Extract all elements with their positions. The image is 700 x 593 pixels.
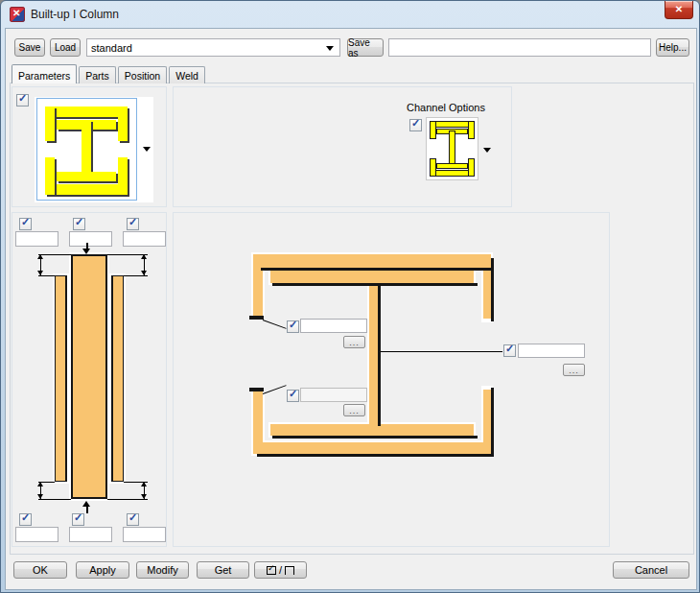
xs-top-flange [270, 270, 474, 283]
ellipsis-icon: ... [349, 339, 360, 347]
web-plate-browse-button[interactable]: ... [563, 364, 585, 376]
check-icon: ✓ [289, 388, 297, 400]
bottom-plate-browse-button[interactable]: ... [343, 404, 365, 416]
checked-box-icon: ✓ [267, 566, 276, 575]
top-plate-browse-button[interactable]: ... [343, 336, 365, 348]
save-button[interactable]: Save [14, 38, 45, 57]
toggle-separator: / [279, 564, 282, 576]
xs-top-channel-bar [253, 254, 491, 268]
top-plate-input[interactable] [300, 319, 367, 333]
chevron-down-icon[interactable] [483, 148, 491, 153]
profile-top-channel-left-leg [45, 107, 55, 141]
top-offset-middle-input[interactable] [69, 231, 112, 247]
dim-line [38, 254, 71, 255]
bottom-offset-middle-input[interactable] [69, 527, 112, 542]
load-button[interactable]: Load [50, 38, 81, 57]
web-plate-checkbox[interactable]: ✓ [503, 344, 516, 357]
tab-parts[interactable]: Parts [79, 66, 116, 83]
bottom-plate-checkbox[interactable]: ✓ [287, 390, 299, 402]
xs-shadow [272, 283, 478, 286]
xs-top-channel-right-leg [483, 254, 491, 319]
profile-bottom-channel-right-leg [118, 157, 128, 195]
top-offset-left-input[interactable] [15, 231, 58, 247]
dim-line [38, 275, 55, 276]
modify-button[interactable]: Modify [136, 561, 189, 579]
profile-combobox[interactable]: standard [86, 38, 340, 57]
toggle-checkboxes-button[interactable]: ✓ / [254, 561, 307, 579]
check-icon: ✓ [74, 511, 82, 524]
check-icon: ✓ [411, 117, 420, 130]
bottom-offset-right-input[interactable] [123, 527, 166, 542]
profile-selector-checkbox[interactable]: ✓ [16, 94, 29, 107]
title-bar[interactable]: Built-up I Column ✕ [1, 1, 699, 28]
cancel-button[interactable]: Cancel [613, 561, 689, 579]
tab-weld[interactable]: Weld [169, 66, 205, 83]
dim-arrow-icon [141, 494, 147, 499]
channel-options-checkbox[interactable]: ✓ [409, 119, 422, 131]
profile-bottom-channel-left-leg [45, 157, 55, 195]
top-offset-middle-checkbox[interactable]: ✓ [73, 218, 85, 230]
dialog-client-area: Save Load standard Save as Help... Param… [5, 28, 697, 590]
check-icon: ✓ [289, 319, 297, 331]
dim-line [38, 482, 55, 483]
dim-arrow-icon [37, 494, 43, 499]
tab-position[interactable]: Position [118, 66, 167, 83]
profile-combobox-value: standard [91, 42, 132, 54]
check-icon: ✓ [21, 511, 30, 524]
profile-bottom-flange-shape [57, 172, 116, 181]
xs-top-channel-left-leg [253, 254, 263, 316]
ellipsis-icon: ... [569, 367, 579, 375]
top-offset-left-checkbox[interactable]: ✓ [19, 218, 32, 230]
xs-web [369, 283, 378, 426]
ellipsis-icon: ... [349, 407, 360, 415]
top-offset-right-checkbox[interactable]: ✓ [127, 218, 139, 230]
web-plate-input[interactable] [518, 344, 585, 358]
xs-shadow [272, 436, 478, 439]
help-button[interactable]: Help... [656, 38, 689, 57]
check-icon: ✓ [21, 216, 30, 228]
channel-type-picker[interactable] [426, 117, 478, 180]
xs-shadow [249, 388, 264, 391]
xs-bottom-flange [270, 424, 474, 436]
xs-shadow [491, 258, 494, 321]
channel-top-right-leg [468, 121, 475, 139]
column-main-plate [71, 254, 107, 499]
bottom-offset-left-checkbox[interactable]: ✓ [19, 513, 32, 526]
get-button[interactable]: Get [197, 561, 249, 579]
dim-line [38, 499, 71, 500]
chevron-down-icon[interactable] [326, 46, 334, 51]
web-leader-line [381, 351, 502, 352]
app-icon [10, 7, 25, 22]
xs-shadow [491, 388, 494, 454]
bottom-offset-middle-checkbox[interactable]: ✓ [72, 513, 84, 526]
dialog-window: Built-up I Column ✕ Save Load standard S… [0, 0, 700, 593]
tab-parameters[interactable]: Parameters [12, 64, 77, 83]
profile-top-channel-shape [45, 107, 128, 117]
window-title: Built-up I Column [31, 8, 119, 21]
bottom-offset-left-input[interactable] [15, 527, 58, 542]
apply-button[interactable]: Apply [76, 561, 129, 579]
dim-line [124, 482, 148, 483]
chevron-down-icon[interactable] [143, 147, 151, 152]
ok-button[interactable]: OK [13, 561, 67, 579]
bottom-plate-input[interactable] [300, 388, 367, 402]
tab-strip: Parameters Parts Position Weld [12, 63, 207, 83]
save-as-input[interactable] [388, 38, 651, 57]
profile-top-channel-right-leg [118, 107, 128, 141]
channel-bottom-flange-shape [436, 163, 468, 169]
profile-bottom-channel-shape [45, 184, 128, 195]
top-plate-checkbox[interactable]: ✓ [287, 320, 299, 333]
dim-line [124, 275, 148, 276]
check-icon: ✓ [128, 216, 137, 228]
column-left-channel [55, 275, 67, 482]
close-button[interactable]: ✕ [665, 1, 693, 19]
bottom-arrow-stem [86, 507, 88, 513]
profile-type-picker[interactable] [35, 97, 153, 202]
check-icon: ✓ [75, 216, 83, 228]
bottom-offset-right-checkbox[interactable]: ✓ [127, 513, 139, 526]
xs-shadow [249, 316, 264, 320]
save-as-button[interactable]: Save as [347, 38, 384, 57]
top-offset-right-input[interactable] [123, 231, 166, 247]
check-icon: ✓ [505, 343, 514, 355]
dim-arrow-icon [141, 254, 147, 259]
